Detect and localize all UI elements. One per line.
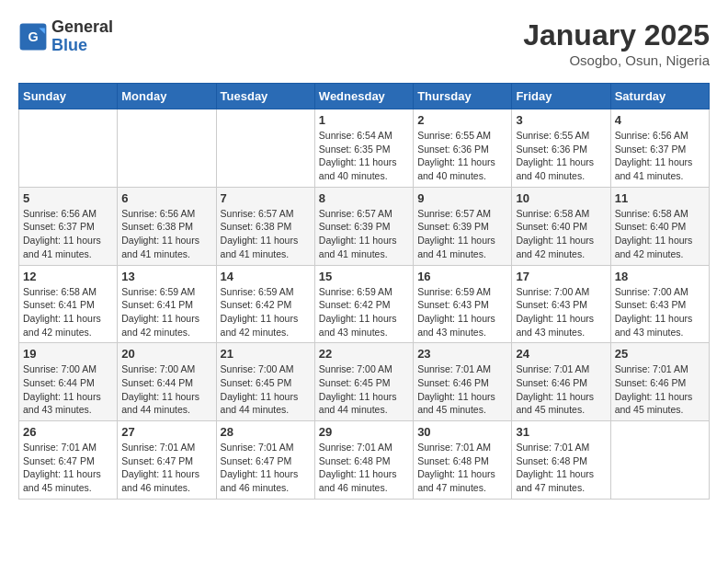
calendar-cell: 25 Sunrise: 7:01 AMSunset: 6:46 PMDaylig… [610,343,709,421]
calendar-cell: 23 Sunrise: 7:01 AMSunset: 6:46 PMDaylig… [414,343,512,421]
calendar-week-row: 12 Sunrise: 6:58 AMSunset: 6:41 PMDaylig… [19,265,710,343]
column-header-sunday: Sunday [19,84,118,109]
column-header-thursday: Thursday [414,84,512,109]
calendar-cell: 29 Sunrise: 7:01 AMSunset: 6:48 PMDaylig… [314,421,413,500]
day-number: 21 [221,347,311,361]
column-header-tuesday: Tuesday [216,84,314,109]
calendar-week-row: 19 Sunrise: 7:00 AMSunset: 6:44 PMDaylig… [19,343,710,421]
day-number: 15 [319,270,409,283]
day-info: Sunrise: 6:59 AMSunset: 6:42 PMDaylight:… [319,285,409,339]
day-info: Sunrise: 6:55 AMSunset: 6:36 PMDaylight:… [516,129,606,183]
day-info: Sunrise: 7:00 AMSunset: 6:44 PMDaylight:… [121,362,211,417]
calendar-cell: 20 Sunrise: 7:00 AMSunset: 6:44 PMDaylig… [118,343,216,421]
day-info: Sunrise: 7:01 AMSunset: 6:47 PMDaylight:… [121,441,211,495]
calendar-cell: 10 Sunrise: 6:58 AMSunset: 6:40 PMDaylig… [512,187,610,265]
calendar-cell: 8 Sunrise: 6:57 AMSunset: 6:39 PMDayligh… [314,187,413,265]
day-number: 22 [319,347,409,361]
day-info: Sunrise: 7:01 AMSunset: 6:47 PMDaylight:… [221,441,311,495]
title-block: January 2025 Osogbo, Osun, Nigeria [523,18,710,68]
column-header-wednesday: Wednesday [314,84,413,109]
calendar-cell [118,109,216,188]
day-number: 17 [516,270,606,283]
day-number: 24 [516,347,606,361]
calendar-cell: 5 Sunrise: 6:56 AMSunset: 6:37 PMDayligh… [19,187,118,265]
month-title: January 2025 [523,18,710,52]
day-number: 4 [615,113,705,127]
column-header-saturday: Saturday [610,84,709,109]
logo: G General Blue [18,18,113,55]
calendar-cell: 12 Sunrise: 6:58 AMSunset: 6:41 PMDaylig… [19,265,118,343]
day-info: Sunrise: 6:57 AMSunset: 6:39 PMDaylight:… [319,207,409,261]
day-info: Sunrise: 6:58 AMSunset: 6:40 PMDaylight:… [516,207,606,261]
calendar-header-row: SundayMondayTuesdayWednesdayThursdayFrid… [19,84,710,109]
calendar-cell: 31 Sunrise: 7:01 AMSunset: 6:48 PMDaylig… [512,421,610,500]
day-info: Sunrise: 6:56 AMSunset: 6:37 PMDaylight:… [615,129,705,183]
day-info: Sunrise: 6:59 AMSunset: 6:42 PMDaylight:… [221,285,311,339]
calendar-cell: 26 Sunrise: 7:01 AMSunset: 6:47 PMDaylig… [19,421,118,500]
day-info: Sunrise: 7:01 AMSunset: 6:48 PMDaylight:… [417,441,507,495]
day-number: 7 [221,191,311,205]
day-info: Sunrise: 6:59 AMSunset: 6:41 PMDaylight:… [121,285,211,339]
day-info: Sunrise: 6:58 AMSunset: 6:40 PMDaylight:… [615,207,705,261]
day-number: 25 [615,347,705,361]
page-header: G General Blue January 2025 Osogbo, Osun… [18,18,710,68]
calendar-cell [216,109,314,188]
calendar-cell: 17 Sunrise: 7:00 AMSunset: 6:43 PMDaylig… [512,265,610,343]
column-header-friday: Friday [512,84,610,109]
day-info: Sunrise: 6:59 AMSunset: 6:43 PMDaylight:… [417,285,507,339]
logo-blue-text: Blue [51,36,87,54]
day-number: 18 [615,270,705,283]
day-number: 19 [23,347,113,361]
day-info: Sunrise: 7:01 AMSunset: 6:48 PMDaylight:… [516,441,606,495]
calendar-cell [610,421,709,500]
day-info: Sunrise: 6:57 AMSunset: 6:39 PMDaylight:… [417,207,507,261]
day-info: Sunrise: 6:58 AMSunset: 6:41 PMDaylight:… [23,285,113,339]
day-info: Sunrise: 6:57 AMSunset: 6:38 PMDaylight:… [221,207,311,261]
day-number: 26 [23,425,113,439]
day-number: 3 [516,113,606,127]
calendar-cell: 18 Sunrise: 7:00 AMSunset: 6:43 PMDaylig… [610,265,709,343]
day-number: 28 [221,425,311,439]
calendar-cell: 28 Sunrise: 7:01 AMSunset: 6:47 PMDaylig… [216,421,314,500]
calendar-cell: 7 Sunrise: 6:57 AMSunset: 6:38 PMDayligh… [216,187,314,265]
day-number: 30 [417,425,507,439]
calendar-week-row: 5 Sunrise: 6:56 AMSunset: 6:37 PMDayligh… [19,187,710,265]
day-number: 13 [121,270,211,283]
calendar-cell: 9 Sunrise: 6:57 AMSunset: 6:39 PMDayligh… [414,187,512,265]
day-info: Sunrise: 7:00 AMSunset: 6:45 PMDaylight:… [221,362,311,417]
day-number: 12 [23,270,113,283]
day-number: 29 [319,425,409,439]
calendar-cell: 6 Sunrise: 6:56 AMSunset: 6:38 PMDayligh… [118,187,216,265]
day-info: Sunrise: 7:01 AMSunset: 6:46 PMDaylight:… [516,362,606,417]
day-info: Sunrise: 6:55 AMSunset: 6:36 PMDaylight:… [417,129,507,183]
day-number: 2 [417,113,507,127]
calendar-cell: 19 Sunrise: 7:00 AMSunset: 6:44 PMDaylig… [19,343,118,421]
day-number: 31 [516,425,606,439]
day-number: 10 [516,191,606,205]
day-info: Sunrise: 7:01 AMSunset: 6:48 PMDaylight:… [319,441,409,495]
calendar-cell: 22 Sunrise: 7:00 AMSunset: 6:45 PMDaylig… [314,343,413,421]
day-number: 5 [23,191,113,205]
calendar-cell: 21 Sunrise: 7:00 AMSunset: 6:45 PMDaylig… [216,343,314,421]
day-number: 1 [319,113,409,127]
logo-icon: G [18,22,48,52]
calendar-cell: 30 Sunrise: 7:01 AMSunset: 6:48 PMDaylig… [414,421,512,500]
day-number: 27 [121,425,211,439]
day-number: 20 [121,347,211,361]
day-info: Sunrise: 6:56 AMSunset: 6:37 PMDaylight:… [23,207,113,261]
calendar-cell: 3 Sunrise: 6:55 AMSunset: 6:36 PMDayligh… [512,109,610,188]
calendar-cell: 16 Sunrise: 6:59 AMSunset: 6:43 PMDaylig… [414,265,512,343]
day-info: Sunrise: 6:54 AMSunset: 6:35 PMDaylight:… [319,129,409,183]
day-info: Sunrise: 7:01 AMSunset: 6:46 PMDaylight:… [615,362,705,417]
calendar-cell: 27 Sunrise: 7:01 AMSunset: 6:47 PMDaylig… [118,421,216,500]
calendar-cell: 13 Sunrise: 6:59 AMSunset: 6:41 PMDaylig… [118,265,216,343]
day-number: 11 [615,191,705,205]
svg-text:G: G [28,29,38,44]
day-number: 14 [221,270,311,283]
logo-general-text: General [51,17,113,36]
day-number: 9 [417,191,507,205]
calendar-cell [19,109,118,188]
day-number: 6 [121,191,211,205]
day-info: Sunrise: 7:00 AMSunset: 6:43 PMDaylight:… [615,285,705,339]
column-header-monday: Monday [118,84,216,109]
